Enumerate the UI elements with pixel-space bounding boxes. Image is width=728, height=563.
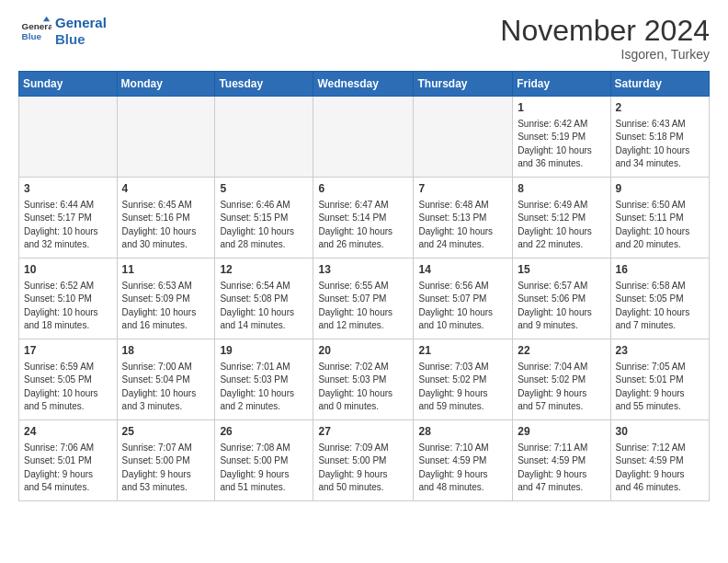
weekday-header: Sunday <box>19 72 118 97</box>
day-number: 13 <box>318 262 408 278</box>
day-info: Sunrise: 6:43 AM Sunset: 5:18 PM Dayligh… <box>616 118 704 171</box>
calendar-day: 30Sunrise: 7:12 AM Sunset: 4:59 PM Dayli… <box>610 420 709 501</box>
day-number: 12 <box>220 262 308 278</box>
title-section: November 2024 Isgoren, Turkey <box>500 15 710 62</box>
day-info: Sunrise: 7:11 AM Sunset: 4:59 PM Dayligh… <box>518 442 605 495</box>
day-info: Sunrise: 6:48 AM Sunset: 5:13 PM Dayligh… <box>418 199 507 252</box>
day-number: 17 <box>24 343 112 359</box>
day-number: 27 <box>318 424 408 440</box>
calendar-week: 3Sunrise: 6:44 AM Sunset: 5:17 PM Daylig… <box>19 178 710 259</box>
header: General Blue General Blue November 2024 … <box>18 15 710 62</box>
day-number: 26 <box>220 424 308 440</box>
calendar-day: 13Sunrise: 6:55 AM Sunset: 5:07 PM Dayli… <box>313 259 414 339</box>
calendar-day: 11Sunrise: 6:53 AM Sunset: 5:09 PM Dayli… <box>117 259 215 339</box>
calendar-day: 4Sunrise: 6:45 AM Sunset: 5:16 PM Daylig… <box>117 178 215 259</box>
day-info: Sunrise: 6:53 AM Sunset: 5:09 PM Dayligh… <box>122 280 210 333</box>
day-number: 4 <box>122 181 210 197</box>
day-number: 16 <box>616 262 704 278</box>
day-number: 22 <box>518 343 605 359</box>
calendar-week: 17Sunrise: 6:59 AM Sunset: 5:05 PM Dayli… <box>19 339 710 420</box>
calendar-day <box>19 97 118 178</box>
svg-text:General: General <box>22 21 51 31</box>
day-number: 24 <box>24 424 112 440</box>
day-number: 20 <box>318 343 408 359</box>
day-info: Sunrise: 6:49 AM Sunset: 5:12 PM Dayligh… <box>518 199 605 252</box>
day-number: 19 <box>220 343 308 359</box>
calendar-week: 10Sunrise: 6:52 AM Sunset: 5:10 PM Dayli… <box>19 259 710 339</box>
day-info: Sunrise: 6:59 AM Sunset: 5:05 PM Dayligh… <box>24 361 112 414</box>
day-number: 8 <box>518 181 605 197</box>
logo: General Blue General Blue <box>18 15 107 48</box>
calendar-day: 5Sunrise: 6:46 AM Sunset: 5:15 PM Daylig… <box>215 178 313 259</box>
day-number: 14 <box>418 262 507 278</box>
day-number: 10 <box>24 262 112 278</box>
calendar-day: 19Sunrise: 7:01 AM Sunset: 5:03 PM Dayli… <box>215 339 313 420</box>
calendar-week: 24Sunrise: 7:06 AM Sunset: 5:01 PM Dayli… <box>19 420 710 501</box>
calendar-day: 10Sunrise: 6:52 AM Sunset: 5:10 PM Dayli… <box>19 259 118 339</box>
weekday-header: Saturday <box>610 72 709 97</box>
svg-text:Blue: Blue <box>22 31 42 41</box>
weekday-header: Thursday <box>414 72 513 97</box>
logo-line2: Blue <box>55 31 85 47</box>
day-info: Sunrise: 7:02 AM Sunset: 5:03 PM Dayligh… <box>318 361 408 414</box>
calendar-week: 1Sunrise: 6:42 AM Sunset: 5:19 PM Daylig… <box>19 97 710 178</box>
weekday-header: Friday <box>513 72 610 97</box>
day-info: Sunrise: 7:03 AM Sunset: 5:02 PM Dayligh… <box>418 361 507 414</box>
day-info: Sunrise: 7:00 AM Sunset: 5:04 PM Dayligh… <box>122 361 210 414</box>
calendar-day: 9Sunrise: 6:50 AM Sunset: 5:11 PM Daylig… <box>610 178 709 259</box>
day-number: 18 <box>122 343 210 359</box>
weekday-header: Tuesday <box>215 72 313 97</box>
calendar-day <box>313 97 414 178</box>
day-info: Sunrise: 6:42 AM Sunset: 5:19 PM Dayligh… <box>518 118 605 171</box>
day-info: Sunrise: 6:45 AM Sunset: 5:16 PM Dayligh… <box>122 199 210 252</box>
day-info: Sunrise: 6:46 AM Sunset: 5:15 PM Dayligh… <box>220 199 308 252</box>
calendar-day: 29Sunrise: 7:11 AM Sunset: 4:59 PM Dayli… <box>513 420 610 501</box>
day-number: 11 <box>122 262 210 278</box>
location: Isgoren, Turkey <box>500 47 710 62</box>
weekday-header: Monday <box>117 72 215 97</box>
calendar: SundayMondayTuesdayWednesdayThursdayFrid… <box>18 71 710 501</box>
day-number: 23 <box>616 343 704 359</box>
day-info: Sunrise: 6:47 AM Sunset: 5:14 PM Dayligh… <box>318 199 408 252</box>
day-number: 3 <box>24 181 112 197</box>
calendar-day: 25Sunrise: 7:07 AM Sunset: 5:00 PM Dayli… <box>117 420 215 501</box>
calendar-day: 1Sunrise: 6:42 AM Sunset: 5:19 PM Daylig… <box>513 97 610 178</box>
calendar-day: 6Sunrise: 6:47 AM Sunset: 5:14 PM Daylig… <box>313 178 414 259</box>
calendar-day: 2Sunrise: 6:43 AM Sunset: 5:18 PM Daylig… <box>610 97 709 178</box>
day-number: 2 <box>616 100 704 116</box>
logo-text: General Blue <box>55 15 107 48</box>
calendar-day: 3Sunrise: 6:44 AM Sunset: 5:17 PM Daylig… <box>19 178 118 259</box>
day-number: 1 <box>518 100 605 116</box>
day-number: 28 <box>418 424 507 440</box>
weekday-header: Wednesday <box>313 72 414 97</box>
calendar-day: 7Sunrise: 6:48 AM Sunset: 5:13 PM Daylig… <box>414 178 513 259</box>
calendar-day: 28Sunrise: 7:10 AM Sunset: 4:59 PM Dayli… <box>414 420 513 501</box>
day-info: Sunrise: 7:08 AM Sunset: 5:00 PM Dayligh… <box>220 442 308 495</box>
day-info: Sunrise: 6:58 AM Sunset: 5:05 PM Dayligh… <box>616 280 704 333</box>
month-title: November 2024 <box>500 15 710 47</box>
day-info: Sunrise: 6:55 AM Sunset: 5:07 PM Dayligh… <box>318 280 408 333</box>
calendar-day <box>414 97 513 178</box>
day-number: 7 <box>418 181 507 197</box>
day-info: Sunrise: 6:56 AM Sunset: 5:07 PM Dayligh… <box>418 280 507 333</box>
day-info: Sunrise: 7:05 AM Sunset: 5:01 PM Dayligh… <box>616 361 704 414</box>
day-info: Sunrise: 7:01 AM Sunset: 5:03 PM Dayligh… <box>220 361 308 414</box>
day-info: Sunrise: 6:57 AM Sunset: 5:06 PM Dayligh… <box>518 280 605 333</box>
day-info: Sunrise: 7:07 AM Sunset: 5:00 PM Dayligh… <box>122 442 210 495</box>
calendar-day: 27Sunrise: 7:09 AM Sunset: 5:00 PM Dayli… <box>313 420 414 501</box>
calendar-day: 16Sunrise: 6:58 AM Sunset: 5:05 PM Dayli… <box>610 259 709 339</box>
day-number: 29 <box>518 424 605 440</box>
day-info: Sunrise: 7:06 AM Sunset: 5:01 PM Dayligh… <box>24 442 112 495</box>
day-number: 15 <box>518 262 605 278</box>
day-number: 30 <box>616 424 704 440</box>
calendar-day: 22Sunrise: 7:04 AM Sunset: 5:02 PM Dayli… <box>513 339 610 420</box>
page: General Blue General Blue November 2024 … <box>0 0 728 516</box>
calendar-day: 14Sunrise: 6:56 AM Sunset: 5:07 PM Dayli… <box>414 259 513 339</box>
logo-line1: General <box>55 15 107 30</box>
day-number: 9 <box>616 181 704 197</box>
day-info: Sunrise: 6:50 AM Sunset: 5:11 PM Dayligh… <box>616 199 704 252</box>
day-info: Sunrise: 7:10 AM Sunset: 4:59 PM Dayligh… <box>418 442 507 495</box>
calendar-day: 26Sunrise: 7:08 AM Sunset: 5:00 PM Dayli… <box>215 420 313 501</box>
header-row: SundayMondayTuesdayWednesdayThursdayFrid… <box>19 72 710 97</box>
day-info: Sunrise: 7:04 AM Sunset: 5:02 PM Dayligh… <box>518 361 605 414</box>
